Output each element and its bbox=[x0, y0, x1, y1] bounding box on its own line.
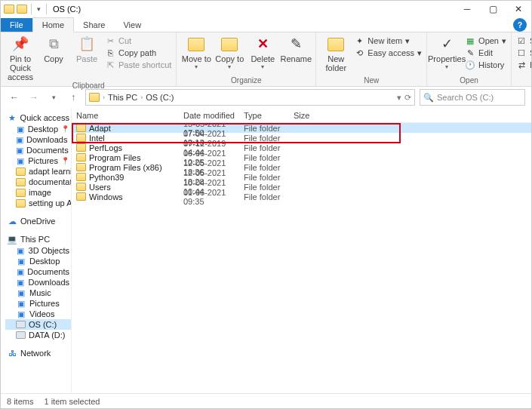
properties-button[interactable]: ✓Properties▾ bbox=[432, 34, 462, 71]
copy-to-button[interactable]: Copy to▾ bbox=[214, 34, 244, 71]
cloud-icon: ☁ bbox=[7, 217, 17, 226]
new-folder-button[interactable]: New folder bbox=[321, 34, 351, 72]
sidebar-item-pc[interactable]: OS (C:) bbox=[5, 319, 71, 330]
cut-button[interactable]: ✂Cut bbox=[105, 35, 171, 46]
col-name[interactable]: Name bbox=[76, 111, 183, 120]
history-icon: 🕐 bbox=[465, 60, 475, 70]
new-item-button[interactable]: ✦New item ▾ bbox=[354, 35, 422, 46]
paste-button[interactable]: 📋 Paste bbox=[72, 34, 102, 63]
close-button[interactable]: ✕ bbox=[506, 1, 531, 17]
sidebar-network[interactable]: 🖧Network bbox=[5, 348, 71, 358]
folder-icon: ▣ bbox=[16, 125, 25, 134]
tab-view[interactable]: View bbox=[114, 18, 150, 32]
col-date[interactable]: Date modified bbox=[183, 111, 244, 120]
sidebar-item-quick[interactable]: setting up Assesme bbox=[5, 198, 71, 208]
file-row[interactable]: Python3912-05-2021 18:28File folder bbox=[72, 172, 531, 182]
folder-icon bbox=[16, 189, 26, 197]
sidebar-item-quick[interactable]: ▣Desktop📍 bbox=[5, 124, 71, 134]
sidebar-item-label: Documents bbox=[26, 146, 69, 155]
delete-button[interactable]: ✕Delete▾ bbox=[248, 34, 278, 71]
easy-access-button[interactable]: ⟲Easy access ▾ bbox=[354, 48, 422, 58]
file-row[interactable]: Adapt13-05-2021 17:50File folder bbox=[72, 123, 531, 133]
file-row[interactable]: Intel07-04-2021 19:13File folder bbox=[72, 133, 531, 143]
up-button[interactable]: ↑ bbox=[66, 90, 81, 105]
address-bar[interactable]: › This PC › OS (C:) ▾ ⟳ bbox=[85, 89, 415, 106]
file-row[interactable]: PerfLogs07-12-2019 14:44File folder bbox=[72, 143, 531, 152]
tab-home[interactable]: Home bbox=[32, 17, 74, 32]
paste-shortcut-button[interactable]: ⇱Paste shortcut bbox=[105, 60, 171, 70]
crumb-current[interactable]: OS (C:) bbox=[146, 93, 174, 102]
tab-share[interactable]: Share bbox=[74, 18, 114, 32]
move-to-button[interactable]: Move to▾ bbox=[181, 34, 211, 71]
sidebar-onedrive[interactable]: ☁OneDrive bbox=[5, 216, 71, 226]
title-bar: ▾ OS (C:) ─ ▢ ✕ bbox=[1, 1, 531, 17]
select-none-button[interactable]: ☐Select none bbox=[516, 48, 532, 58]
sidebar-item-pc[interactable]: ▣Desktop bbox=[5, 256, 71, 266]
edit-button[interactable]: ✎Edit bbox=[465, 48, 506, 58]
sidebar-item-label: Pictures bbox=[29, 299, 60, 308]
select-all-button[interactable]: ☑Select all bbox=[516, 35, 532, 46]
sidebar-item-quick[interactable]: image bbox=[5, 187, 71, 198]
col-type[interactable]: Type bbox=[244, 111, 294, 120]
file-name: Program Files bbox=[89, 153, 140, 162]
sidebar-item-pc[interactable]: ▣Pictures bbox=[5, 298, 71, 309]
sidebar-item-label: Documents bbox=[27, 267, 69, 276]
tab-file[interactable]: File bbox=[1, 18, 32, 32]
select-all-icon: ☑ bbox=[516, 35, 527, 46]
file-row[interactable]: Windows01-06-2021 09:35File folder bbox=[72, 192, 531, 201]
back-button[interactable]: ← bbox=[7, 90, 22, 105]
folder-icon: ▣ bbox=[16, 156, 25, 165]
sidebar-item-quick[interactable]: documentation bbox=[5, 177, 71, 187]
maximize-button[interactable]: ▢ bbox=[480, 1, 506, 17]
file-name: PerfLogs bbox=[89, 143, 122, 152]
paste-shortcut-icon: ⇱ bbox=[105, 60, 115, 70]
column-headers[interactable]: Name Date modified Type Size bbox=[72, 108, 531, 123]
file-row[interactable]: Users10-04-2021 10:44File folder bbox=[72, 182, 531, 192]
folder-icon: ▣ bbox=[16, 288, 26, 297]
ribbon: 📌 Pin to Quick access ⧉ Copy 📋 Paste ✂Cu… bbox=[1, 32, 531, 87]
sidebar-this-pc[interactable]: 💻This PC bbox=[5, 234, 71, 244]
sidebar-item-quick[interactable]: ▣Downloads📍 bbox=[5, 134, 71, 145]
file-row[interactable]: Program Files06-06-2021 10:25File folder bbox=[72, 152, 531, 162]
history-button[interactable]: 🕐History bbox=[465, 60, 506, 70]
sidebar-item-quick[interactable]: adapt learning tool bbox=[5, 166, 71, 177]
addr-dropdown-icon[interactable]: ▾ bbox=[397, 93, 401, 103]
file-row[interactable]: Program Files (x86)12-05-2021 18:36File … bbox=[72, 162, 531, 172]
sidebar-item-pc[interactable]: ▣Videos bbox=[5, 309, 71, 319]
file-name: Windows bbox=[89, 192, 123, 201]
group-select: ☑Select all ☐Select none ⇄Invert selecti… bbox=[512, 32, 532, 86]
drive-icon bbox=[16, 331, 26, 339]
minimize-button[interactable]: ─ bbox=[454, 1, 480, 17]
crumb-root[interactable]: This PC bbox=[108, 93, 137, 102]
folder-icon bbox=[76, 163, 86, 171]
paste-icon: 📋 bbox=[78, 35, 96, 54]
copy-path-icon: ⎘ bbox=[105, 48, 115, 58]
qat-dropdown-icon[interactable]: ▾ bbox=[35, 5, 42, 13]
sidebar-quick-access[interactable]: ★Quick access bbox=[5, 112, 71, 123]
sidebar-item-quick[interactable]: ▣Documents📍 bbox=[5, 145, 71, 155]
sidebar-item-label: Downloads bbox=[29, 278, 69, 287]
sidebar-item-quick[interactable]: ▣Pictures📍 bbox=[5, 155, 71, 166]
forward-button[interactable]: → bbox=[26, 90, 42, 105]
rename-button[interactable]: ✎Rename bbox=[281, 34, 311, 63]
sidebar-item-pc[interactable]: DATA (D:) bbox=[5, 330, 71, 340]
copy-button[interactable]: ⧉ Copy bbox=[38, 34, 69, 63]
sidebar-item-pc[interactable]: ▣3D Objects bbox=[5, 245, 71, 256]
sidebar-item-pc[interactable]: ▣Downloads bbox=[5, 277, 71, 288]
col-size[interactable]: Size bbox=[294, 111, 324, 120]
sidebar-item-pc[interactable]: ▣Music bbox=[5, 288, 71, 298]
sidebar-item-pc[interactable]: ▣Documents bbox=[5, 266, 71, 277]
folder-icon bbox=[76, 192, 86, 201]
recent-dropdown[interactable]: ▾ bbox=[46, 90, 61, 105]
ribbon-tabs: File Home Share View ? bbox=[1, 17, 531, 32]
search-box[interactable]: 🔍 Search OS (C:) bbox=[420, 89, 525, 106]
pin-quick-access-button[interactable]: 📌 Pin to Quick access bbox=[5, 34, 35, 81]
copy-path-button[interactable]: ⎘Copy path bbox=[105, 48, 171, 58]
qat-explorer-icon[interactable] bbox=[17, 5, 27, 14]
file-type: File folder bbox=[244, 192, 294, 201]
folder-icon bbox=[76, 143, 86, 152]
invert-selection-button[interactable]: ⇄Invert selection bbox=[516, 60, 532, 70]
open-button[interactable]: ▦Open ▾ bbox=[465, 35, 506, 46]
refresh-icon[interactable]: ⟳ bbox=[404, 93, 411, 103]
help-icon[interactable]: ? bbox=[513, 18, 527, 32]
